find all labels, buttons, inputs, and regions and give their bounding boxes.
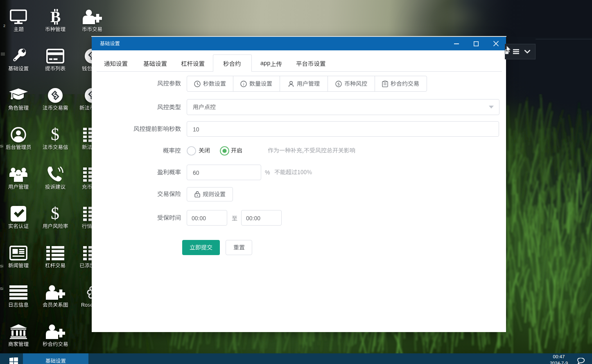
svg-text:$: $: [51, 206, 59, 222]
svg-text:$: $: [337, 81, 340, 86]
svg-text:$: $: [51, 127, 59, 143]
svg-text:i: i: [243, 81, 244, 86]
svg-text:B: B: [50, 9, 61, 25]
